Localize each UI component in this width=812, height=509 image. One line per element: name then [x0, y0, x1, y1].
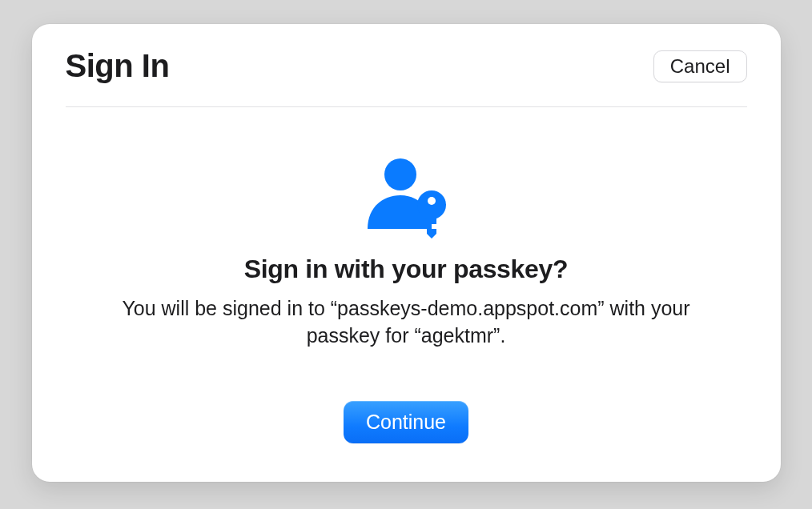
passkey-description: You will be signed in to “passkeys-demo.…: [102, 295, 710, 350]
passkey-icon-wrap: [66, 157, 747, 238]
dialog-header: Sign In Cancel: [66, 48, 747, 107]
cancel-button[interactable]: Cancel: [653, 50, 747, 82]
sign-in-dialog: Sign In Cancel Sign in with your passkey…: [32, 24, 781, 482]
dialog-title: Sign In: [66, 48, 170, 84]
dialog-actions: Continue: [66, 401, 747, 443]
passkey-question: Sign in with your passkey?: [66, 254, 747, 284]
dialog-body: Sign in with your passkey? You will be s…: [66, 107, 747, 443]
svg-point-0: [384, 158, 416, 190]
passkey-icon: [363, 157, 449, 238]
svg-point-2: [428, 197, 436, 205]
continue-button[interactable]: Continue: [344, 401, 468, 443]
